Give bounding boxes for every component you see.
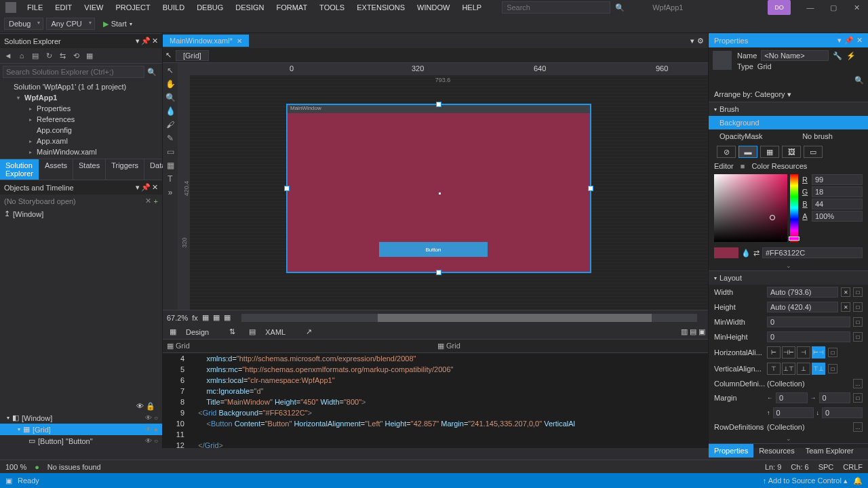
tab-assets[interactable]: Assets xyxy=(39,159,73,180)
color-saturation-area[interactable] xyxy=(714,174,787,242)
snap-icon[interactable]: ▦ xyxy=(213,313,220,322)
crlf-indicator[interactable]: CRLF xyxy=(843,463,863,471)
property-search-icon[interactable]: 🔍 xyxy=(709,73,868,87)
minheight-input[interactable] xyxy=(767,331,850,342)
more-icon[interactable]: » xyxy=(168,188,173,197)
opacitymask-row[interactable]: OpacityMaskNo brush xyxy=(709,129,868,143)
marker-icon[interactable]: □ xyxy=(828,364,837,373)
tab-team-explorer[interactable]: Team Explorer xyxy=(800,444,859,458)
hue-slider[interactable] xyxy=(790,174,798,242)
spc-indicator[interactable]: SPC xyxy=(818,463,834,471)
code-crumb-2[interactable]: ▦ Grid xyxy=(437,342,704,350)
object-window[interactable]: ▾◧[Window]👁 ○ xyxy=(0,412,162,424)
margin-top-input[interactable] xyxy=(773,407,814,418)
search-icon[interactable]: 🔍 xyxy=(614,2,625,13)
reset-icon[interactable]: ✕ xyxy=(841,302,850,312)
marker-icon[interactable]: □ xyxy=(853,332,863,342)
minwidth-input[interactable] xyxy=(767,317,850,327)
zoom-value[interactable]: 67.2% xyxy=(167,314,188,322)
source-control-button[interactable]: ↑ Add to Source Control ▴ xyxy=(763,476,848,485)
layout-icon[interactable]: ▦ xyxy=(167,161,174,170)
align-middle[interactable]: ⊥⊤ xyxy=(782,363,795,375)
add-storyboard-icon[interactable]: + xyxy=(154,197,158,205)
bell-icon[interactable]: 🔔 xyxy=(853,476,863,485)
expand-brush-icon[interactable]: ⌄ xyxy=(709,261,868,270)
arrange-by[interactable]: Arrange by: Category ▾ xyxy=(709,87,868,102)
horizontal-scrollbar[interactable] xyxy=(241,314,697,322)
margin-bottom-input[interactable] xyxy=(822,407,863,418)
menu-design[interactable]: DESIGN xyxy=(230,2,269,13)
minimize-icon[interactable]: — xyxy=(799,0,822,15)
pen-icon[interactable]: ✎ xyxy=(167,134,174,143)
menu-file[interactable]: FILE xyxy=(22,2,48,13)
code-crumb-1[interactable]: ▦ Grid xyxy=(167,342,433,350)
gradient-brush-tab[interactable]: ▦ xyxy=(760,146,779,158)
project-node[interactable]: ▾WpfApp1 xyxy=(0,92,162,103)
sync-icon[interactable]: ⟲ xyxy=(71,50,81,61)
snap2-icon[interactable]: ▦ xyxy=(224,313,231,322)
selection-tool-icon[interactable]: ↖ xyxy=(167,66,174,75)
rectangle-icon[interactable]: ▭ xyxy=(167,147,174,157)
pin-icon[interactable]: 📌 xyxy=(844,36,854,45)
marker-icon[interactable]: □ xyxy=(853,317,863,327)
search-icon[interactable]: 🔍 xyxy=(144,68,159,77)
height-input[interactable] xyxy=(767,302,838,312)
designer-window[interactable]: MainWindow Button xyxy=(286,104,591,273)
ellipsis-button[interactable]: … xyxy=(853,379,863,388)
events-icon[interactable]: ⚡ xyxy=(846,52,856,60)
back-icon[interactable]: ◄ xyxy=(3,50,14,61)
tree-item[interactable]: App.config xyxy=(0,125,162,136)
dropdown-icon[interactable]: ▾ xyxy=(136,37,140,45)
show-all-icon[interactable]: ▦ xyxy=(84,50,95,61)
editor-tab[interactable]: Editor xyxy=(714,162,734,170)
solid-brush-tab[interactable]: ▬ xyxy=(738,146,757,158)
refresh-icon[interactable]: ↻ xyxy=(43,50,54,61)
resize-handle[interactable] xyxy=(588,186,593,191)
resource-brush-tab[interactable]: ▭ xyxy=(804,146,823,158)
popout-icon[interactable]: ↗ xyxy=(299,325,319,338)
output-icon[interactable]: ▣ xyxy=(5,476,12,485)
close-panel-icon[interactable]: ✕ xyxy=(856,36,863,45)
code-editor[interactable]: 4567891011121314 xmlns:d="http://schemas… xyxy=(163,353,708,448)
tab-properties[interactable]: Properties xyxy=(709,444,753,458)
quick-search-input[interactable] xyxy=(502,1,610,14)
width-input[interactable] xyxy=(767,287,838,298)
eye-icon[interactable]: 👁 xyxy=(136,402,144,410)
align-left[interactable]: ⊢ xyxy=(767,346,781,359)
align-bottom[interactable]: ⊥ xyxy=(797,363,810,375)
ellipsis-button[interactable]: … xyxy=(853,422,863,432)
gear-icon[interactable]: ⚙ xyxy=(697,37,704,45)
g-input[interactable] xyxy=(812,186,863,197)
close-icon[interactable]: ✕ xyxy=(845,0,868,15)
expand-layout-icon[interactable]: ⌄ xyxy=(709,434,868,443)
tab-resources[interactable]: Resources xyxy=(753,444,800,458)
solution-node[interactable]: Solution 'WpfApp1' (1 of 1 project) xyxy=(0,81,162,92)
zoom-pct[interactable]: 100 % xyxy=(5,463,26,471)
designer-grid[interactable]: Button xyxy=(288,113,590,272)
b-input[interactable] xyxy=(812,199,863,209)
pin-icon[interactable]: 📌 xyxy=(141,183,151,192)
swap-color-icon[interactable]: ⇄ xyxy=(753,249,760,258)
tab-solution-explorer[interactable]: Solution Explorer xyxy=(0,159,39,180)
wrench-icon[interactable]: 🔧 xyxy=(833,52,842,60)
menu-edit[interactable]: EDIT xyxy=(50,2,77,13)
split-buttons[interactable]: ▥ ▤ ▣ xyxy=(681,327,708,336)
close-panel-icon[interactable]: ✕ xyxy=(152,183,158,192)
tree-item[interactable]: ▸App.xaml xyxy=(0,136,162,146)
dropdown-icon[interactable]: ▾ xyxy=(136,183,140,192)
tree-item[interactable]: ▸Properties xyxy=(0,103,162,114)
grid-icon[interactable]: ▦ xyxy=(202,313,209,322)
menu-tools[interactable]: TOOLS xyxy=(314,2,350,13)
close-storyboard-icon[interactable]: ✕ xyxy=(145,197,151,205)
resize-handle[interactable] xyxy=(284,186,290,191)
fit-icon[interactable]: fx xyxy=(192,314,198,322)
xaml-tab[interactable]: ▤ XAML xyxy=(242,324,299,340)
menu-extensions[interactable]: EXTENSIONS xyxy=(351,2,410,13)
tile-brush-tab[interactable]: 🖼 xyxy=(782,146,801,158)
r-input[interactable] xyxy=(812,174,863,185)
align-stretch-v[interactable]: ⊤⊥ xyxy=(812,363,825,375)
scope-up-icon[interactable]: ↥ xyxy=(4,209,10,218)
color-swatch[interactable] xyxy=(714,247,738,258)
color-marker-icon[interactable] xyxy=(770,215,775,220)
background-brush-row[interactable]: Background xyxy=(709,116,868,129)
